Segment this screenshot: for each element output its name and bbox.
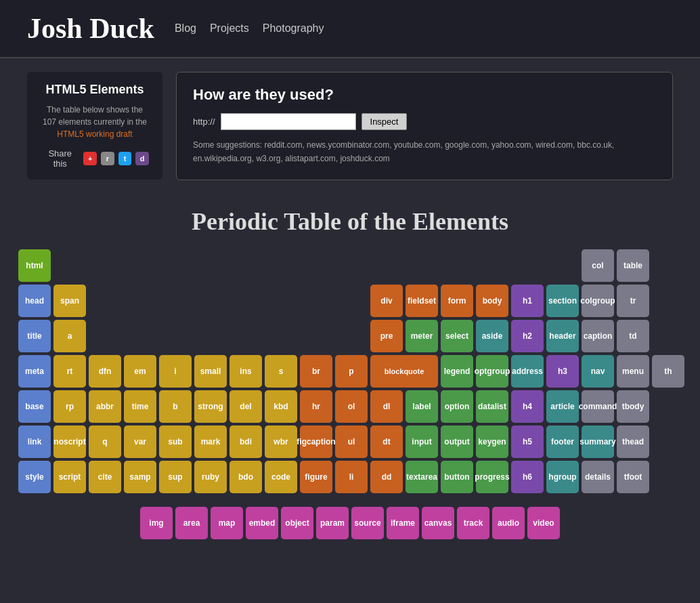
element-meter[interactable]: meter [406,320,438,352]
element-param[interactable]: param [316,507,349,539]
nav-blog[interactable]: Blog [175,22,196,35]
share-reddit-icon[interactable]: r [101,152,114,165]
element-h1[interactable]: h1 [511,285,544,317]
element-head[interactable]: head [18,285,51,317]
element-col[interactable]: col [582,249,614,282]
element-aside[interactable]: aside [476,320,508,352]
element-canvas[interactable]: canvas [422,507,454,539]
element-s[interactable]: s [265,355,297,388]
element-ol[interactable]: ol [335,390,368,423]
element-link[interactable]: link [18,425,51,458]
element-body[interactable]: body [476,285,508,317]
element-h6[interactable]: h6 [511,461,544,493]
element-caption[interactable]: caption [582,320,614,352]
element-bdi[interactable]: bdi [229,425,262,458]
element-form[interactable]: form [441,285,473,317]
element-dfn[interactable]: dfn [89,355,121,388]
element-label[interactable]: label [406,390,438,423]
element-cite[interactable]: cite [89,461,121,493]
url-input[interactable] [221,113,356,130]
element-progress[interactable]: progress [476,461,508,493]
element-p[interactable]: p [335,355,368,388]
element-a[interactable]: a [53,320,86,352]
element-time[interactable]: time [124,390,156,423]
element-track[interactable]: track [457,507,489,539]
element-td[interactable]: td [617,320,649,352]
element-figcaption[interactable]: figcaption [300,425,332,458]
element-q[interactable]: q [89,425,121,458]
html5-link[interactable]: HTML5 working draft [57,129,132,139]
element-tr[interactable]: tr [617,285,649,317]
nav-projects[interactable]: Projects [210,22,249,35]
element-h3[interactable]: h3 [546,355,579,388]
element-iframe[interactable]: iframe [387,507,419,539]
share-twitter-icon[interactable]: t [118,152,132,165]
element-dt[interactable]: dt [370,425,403,458]
element-var[interactable]: var [124,425,156,458]
element-base[interactable]: base [18,390,51,423]
element-rp[interactable]: rp [53,390,86,423]
nav-photography[interactable]: Photography [263,22,324,35]
element-optgroup[interactable]: optgroup [476,355,508,388]
element-script[interactable]: script [53,461,86,493]
element-article[interactable]: article [546,390,579,423]
element-wbr[interactable]: wbr [265,425,297,458]
element-pre[interactable]: pre [370,320,403,352]
element-ul[interactable]: ul [335,425,368,458]
element-th[interactable]: th [652,355,684,388]
element-nav[interactable]: nav [582,355,614,388]
element-button[interactable]: button [441,461,473,493]
element-table[interactable]: table [617,249,649,282]
element-em[interactable]: em [124,355,156,388]
element-blockquote[interactable]: blockquote [370,355,438,388]
element-sup[interactable]: sup [159,461,192,493]
element-hgroup[interactable]: hgroup [546,461,579,493]
element-i[interactable]: i [159,355,192,388]
element-code[interactable]: code [265,461,297,493]
element-dd[interactable]: dd [370,461,403,493]
element-fieldset[interactable]: fieldset [406,285,438,317]
element-dl[interactable]: dl [370,390,403,423]
element-div[interactable]: div [370,285,403,317]
element-del[interactable]: del [229,390,262,423]
element-abbr[interactable]: abbr [89,390,121,423]
element-source[interactable]: source [351,507,384,539]
element-option[interactable]: option [441,390,473,423]
element-sub[interactable]: sub [159,425,192,458]
element-embed[interactable]: embed [246,507,278,539]
element-menu[interactable]: menu [617,355,649,388]
element-h2[interactable]: h2 [511,320,544,352]
element-span[interactable]: span [53,285,86,317]
element-samp[interactable]: samp [124,461,156,493]
element-legend[interactable]: legend [441,355,473,388]
element-h4[interactable]: h4 [511,390,544,423]
element-datalist[interactable]: datalist [476,390,508,423]
element-style[interactable]: style [18,461,51,493]
element-footer[interactable]: footer [546,425,579,458]
element-input[interactable]: input [406,425,438,458]
element-tbody[interactable]: tbody [617,390,649,423]
element-colgroup[interactable]: colgroup [582,285,614,317]
element-rt[interactable]: rt [53,355,86,388]
element-tfoot[interactable]: tfoot [617,461,649,493]
element-select[interactable]: select [441,320,473,352]
element-mark[interactable]: mark [194,425,227,458]
element-section[interactable]: section [546,285,579,317]
element-title[interactable]: title [18,320,51,352]
element-command[interactable]: command [582,390,614,423]
inspect-button[interactable]: Inspect [362,113,408,130]
element-hr[interactable]: hr [300,390,332,423]
element-map[interactable]: map [211,507,243,539]
element-figure[interactable]: figure [300,461,332,493]
element-video[interactable]: video [527,507,560,539]
element-header[interactable]: header [546,320,579,352]
element-textarea[interactable]: textarea [406,461,438,493]
element-html[interactable]: html [18,249,51,282]
element-noscript[interactable]: noscript [53,425,86,458]
share-digg-icon[interactable]: d [135,152,149,165]
element-meta[interactable]: meta [18,355,51,388]
element-area[interactable]: area [175,507,208,539]
element-details[interactable]: details [582,461,614,493]
element-address[interactable]: address [511,355,544,388]
element-h5[interactable]: h5 [511,425,544,458]
